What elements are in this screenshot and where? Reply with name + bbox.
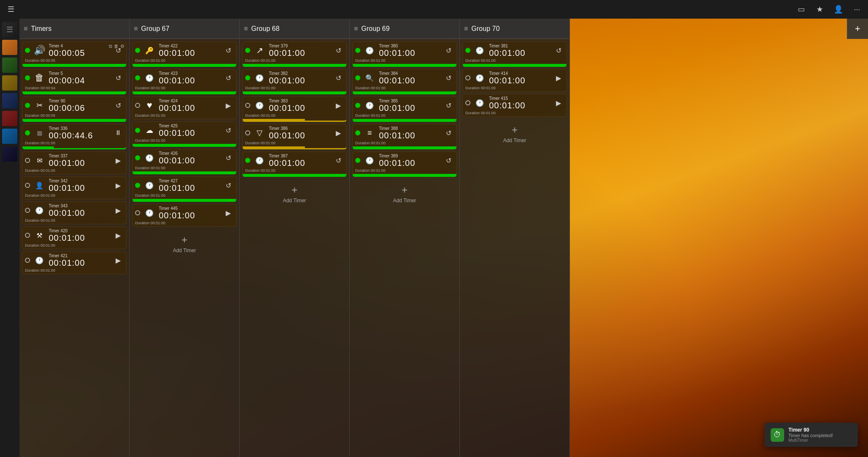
timer337-action[interactable]: ▶	[113, 155, 124, 166]
timer421-action[interactable]: ▶	[113, 255, 124, 266]
timer-card-380[interactable]: 🕐 Timer 380 00:01:00 ↺ Duration 00:01:00	[352, 41, 457, 67]
timer415-action[interactable]: ▶	[553, 97, 564, 108]
timer336-action[interactable]: ⏸	[113, 127, 124, 138]
more-icon[interactable]: ···	[849, 2, 865, 17]
timer384-radio[interactable]	[355, 75, 360, 80]
timer4-settings-icon[interactable]: ⚙	[120, 44, 124, 49]
timer422-action[interactable]: ↺	[223, 45, 234, 56]
timer420-action[interactable]: ▶	[113, 230, 124, 241]
timer385-radio[interactable]	[355, 103, 360, 108]
timer389-radio[interactable]	[355, 158, 360, 163]
timer336-radio[interactable]	[25, 130, 30, 135]
timer343-action[interactable]: ▶	[113, 205, 124, 216]
timer384-action[interactable]: ↺	[443, 72, 454, 83]
group67-add-timer[interactable]: + Add Timer	[132, 229, 237, 259]
timer421-radio[interactable]	[25, 258, 30, 263]
sidebar-item-menu[interactable]: ☰	[1, 21, 18, 38]
timer382-action[interactable]: ↺	[333, 72, 344, 83]
timer381-radio[interactable]	[465, 48, 470, 53]
timer5-action[interactable]: ↺	[113, 72, 124, 83]
sidebar-item-3[interactable]	[1, 74, 18, 91]
timer425-action[interactable]: ↺	[223, 125, 234, 136]
timer427-action[interactable]: ↺	[223, 180, 234, 191]
timer-card-387[interactable]: 🕐 Timer 387 00:01:00 ↺ Duration 00:01:00	[242, 151, 347, 177]
sidebar-item-5[interactable]	[1, 110, 18, 127]
timer-card-timer420[interactable]: ⚒ Timer 420 00:01:00 ▶ Duration 00:01:00	[22, 226, 127, 249]
timer422-radio[interactable]	[135, 48, 140, 53]
timer-card-383[interactable]: 🕐 Timer 383 00:01:00 ▶ Duration 00:01:00	[242, 96, 347, 122]
timer415-radio[interactable]	[465, 100, 470, 105]
timer90-action[interactable]: ↺	[113, 100, 124, 111]
timer425-radio[interactable]	[135, 128, 140, 133]
star-icon[interactable]: ★	[812, 2, 827, 17]
timer-card-389[interactable]: 🕐 Timer 389 00:01:00 ↺ Duration 00:01:00	[352, 151, 457, 177]
timer389-action[interactable]: ↺	[443, 155, 454, 166]
timer-card-timer421[interactable]: 🕐 Timer 421 00:01:00 ▶ Duration 00:01:00	[22, 251, 127, 274]
timer-card-timer342[interactable]: 👤 Timer 342 00:01:00 ▶ Duration 00:01:00	[22, 176, 127, 199]
timer342-action[interactable]: ▶	[113, 180, 124, 191]
timer-card-386[interactable]: ▽ Timer 386 00:01:00 ▶ Duration 00:01:00	[242, 124, 347, 149]
timer445-action[interactable]: ▶	[223, 207, 234, 218]
timer-card-384[interactable]: 🔍 Timer 384 00:01:00 ↺ Duration 00:01:00	[352, 69, 457, 94]
timer423-action[interactable]: ↺	[223, 72, 234, 83]
timer-card-388[interactable]: ≡ Timer 388 00:01:00 ↺ Duration 00:01:00	[352, 124, 457, 149]
timer4-radio[interactable]	[25, 48, 30, 53]
timer380-action[interactable]: ↺	[443, 45, 454, 56]
group70-add-timer[interactable]: + Add Timer	[462, 119, 567, 149]
timer420-radio[interactable]	[25, 233, 30, 238]
timer426-action[interactable]: ↺	[223, 152, 234, 163]
timer-card-timer90[interactable]: ✂ Timer 90 00:00:06 ↺ Duration 00:00:06	[22, 96, 127, 122]
timer90-radio[interactable]	[25, 103, 30, 108]
timer445-radio[interactable]	[135, 210, 140, 215]
timer4-copy-icon[interactable]: ⧉	[109, 44, 112, 49]
timer-card-427[interactable]: 🕐 Timer 427 00:01:00 ↺ Duration 00:01:00	[132, 176, 237, 202]
timer381-action[interactable]: ↺	[553, 45, 564, 56]
timer386-action[interactable]: ▶	[333, 127, 344, 138]
timer426-radio[interactable]	[135, 155, 140, 160]
sidebar-item-4[interactable]	[1, 92, 18, 109]
timer-card-382[interactable]: 🕐 Timer 382 00:01:00 ↺ Duration 00:01:00	[242, 69, 347, 94]
user-icon[interactable]: 👤	[831, 2, 846, 17]
group69-add-timer[interactable]: + Add Timer	[352, 179, 457, 209]
timer382-radio[interactable]	[245, 75, 250, 80]
timer-card-424[interactable]: ♥ Timer 424 00:01:00 ▶ Duration 00:01:00	[132, 96, 237, 119]
sidebar-item-7[interactable]	[1, 146, 18, 162]
timer387-radio[interactable]	[245, 158, 250, 163]
timer388-radio[interactable]	[355, 130, 360, 135]
timer423-radio[interactable]	[135, 75, 140, 80]
timer-card-445[interactable]: 🕐 Timer 445 00:01:00 ▶ Duration 00:01:00	[132, 204, 237, 227]
timer414-action[interactable]: ▶	[553, 72, 564, 83]
timer427-radio[interactable]	[135, 183, 140, 188]
add-group-button[interactable]: +	[847, 19, 868, 39]
timer379-radio[interactable]	[245, 48, 250, 53]
timer-card-timer4[interactable]: ⧉ 🗑 ⚙ 🔊 Timer 4 00:00:05 ↺ Duration 00:0…	[22, 41, 127, 67]
sidebar-item-2[interactable]	[1, 57, 18, 74]
timer387-action[interactable]: ↺	[333, 155, 344, 166]
timer-card-timer337[interactable]: ✉ Timer 337 00:01:00 ▶ Duration 00:01:00	[22, 151, 127, 174]
timer342-radio[interactable]	[25, 183, 30, 188]
timer343-radio[interactable]	[25, 208, 30, 213]
timer383-radio[interactable]	[245, 103, 250, 108]
timer386-radio[interactable]	[245, 130, 250, 135]
group68-add-timer[interactable]: + Add Timer	[242, 179, 347, 209]
timer337-radio[interactable]	[25, 158, 30, 163]
timer383-action[interactable]: ▶	[333, 100, 344, 111]
timer380-radio[interactable]	[355, 48, 360, 53]
timer388-action[interactable]: ↺	[443, 127, 454, 138]
timer379-action[interactable]: ↺	[333, 45, 344, 56]
timer-card-426[interactable]: 🕐 Timer 426 00:01:00 ↺ Duration 00:01:00	[132, 149, 237, 174]
timer-card-379[interactable]: ↗ Timer 379 00:01:00 ↺ Duration 00:01:00	[242, 41, 347, 67]
sidebar-item-6[interactable]	[1, 128, 18, 145]
sidebar-item-1[interactable]	[1, 39, 18, 56]
timer414-radio[interactable]	[465, 75, 470, 80]
timer-card-414[interactable]: 🕐 Timer 414 00:01:00 ▶ Duration 00:01:00	[462, 69, 567, 92]
timer-card-385[interactable]: 🕐 Timer 385 00:01:00 ↺ Duration 00:01:00	[352, 96, 457, 122]
timer-card-422[interactable]: 🔑 Timer 422 00:01:00 ↺ Duration 00:01:00	[132, 41, 237, 67]
timer424-radio[interactable]	[135, 103, 140, 108]
timer-card-timer5[interactable]: 🗑 Timer 5 00:00:04 ↺ Duration 00:00:04	[22, 69, 127, 94]
timer-card-425[interactable]: ☁ Timer 425 00:01:00 ↺ Duration 00:01:00	[132, 121, 237, 147]
menu-button[interactable]: ☰	[3, 2, 19, 17]
timer424-action[interactable]: ▶	[223, 100, 234, 111]
timer-card-381[interactable]: 🕐 Timer 381 00:01:00 ↺ Duration 00:01:00	[462, 41, 567, 67]
timer5-radio[interactable]	[25, 75, 30, 80]
